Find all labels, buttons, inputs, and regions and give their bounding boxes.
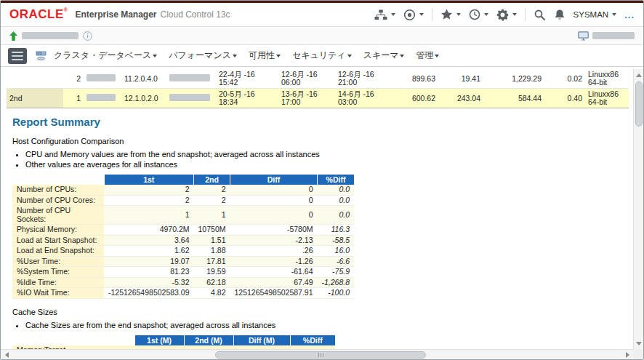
table-row: %IO Wait Time:-1251265498502583.094.8212…: [12, 288, 354, 299]
redacted-host-name: [592, 32, 635, 39]
end-snap-time: 12-6月 -1621:00: [335, 69, 390, 89]
chevron-down-icon: [233, 55, 237, 57]
cache-sizes-notes: Cache Sizes are from the end snapshot; a…: [25, 321, 633, 329]
cell-diff: -5780M: [230, 225, 317, 236]
cell-diff: -61.64: [230, 267, 317, 278]
cell-pdiff: -58.5: [318, 235, 355, 246]
col-header-1st-m: 1st (M): [134, 335, 184, 345]
sitemap-menu-button[interactable]: [374, 9, 395, 20]
menu-performance[interactable]: パフォーマンス: [163, 49, 243, 62]
overflow-menu-button[interactable]: ...: [624, 9, 635, 20]
cell-pdiff: 116.3: [318, 225, 355, 236]
menu-availability[interactable]: 可用性: [243, 49, 286, 62]
db-time: 243.04: [438, 89, 483, 108]
instance-count: 2: [63, 69, 84, 89]
cell-2nd: 4.82: [194, 288, 230, 299]
begin-snap-time: 12-6月 -16 06:00: [278, 69, 335, 89]
snapshot-instances-table: 2 11.2.0.4.0 22-4月 -1615:42 12-6月 -16 06…: [7, 69, 629, 108]
horizontal-scrollbar[interactable]: [1, 349, 633, 359]
chevron-down-icon: [435, 55, 439, 57]
table-row: Load at Start Snapshot:3.641.51-2.13-58.…: [12, 235, 354, 246]
vertical-scrollbar-thumb[interactable]: [635, 81, 643, 127]
scroll-up-button[interactable]: [634, 70, 644, 80]
cell-2nd: 10750M: [194, 225, 230, 236]
start-time: 22-4月 -1615:42: [216, 69, 278, 89]
table-row: Physical Memory:4970.2M10750M-5780M116.3: [12, 225, 354, 236]
chevron-down-icon: [612, 13, 616, 16]
cell-pdiff: 0.0: [318, 195, 355, 206]
start-time: 20-5月 -1618:34: [216, 89, 278, 108]
table-row: 2nd 1 12.1.0.2.0 20-5月 -1618:34 13-6月 -1…: [7, 89, 629, 108]
scroll-left-button[interactable]: [1, 350, 12, 360]
menu-security[interactable]: セキュリティ: [286, 49, 358, 62]
header-spacer: [12, 335, 134, 345]
cell-1st: 19.07: [104, 256, 194, 267]
search-button[interactable]: [534, 9, 546, 21]
right-arrow-icon: [626, 352, 629, 358]
table-row: %System Time:81.2319.59-61.64-75.9: [12, 267, 354, 278]
redacted-db-name: [84, 69, 121, 89]
cluster-database-icon: [36, 51, 47, 61]
col-header-2nd-m: 2nd (M): [184, 335, 233, 345]
chevron-down-icon: [347, 55, 352, 57]
chevron-down-icon: [484, 13, 488, 16]
cell-diff: 67.49: [230, 277, 317, 288]
cell-diff: .26: [230, 246, 317, 257]
cell-1st: 1.62: [104, 246, 194, 257]
col-header-pdiff: %Diff: [318, 175, 355, 185]
menu-label: 可用性: [249, 49, 275, 62]
user-name: SYSMAN: [573, 10, 609, 19]
ratio-value: 0.02: [544, 69, 585, 89]
begin-snap-time: 13-6月 -16 17:00: [278, 89, 335, 108]
favorites-menu-button[interactable]: [440, 9, 461, 20]
note: Cache Sizes are from the end snapshot; a…: [25, 321, 633, 329]
cell-1st: 2: [104, 185, 194, 195]
table-row: Number of CPU Cores:2200.0: [12, 195, 354, 206]
avg-sessions: 1,229.29: [483, 69, 544, 89]
table-row: Number of CPU Sockets:1100.0: [12, 206, 354, 225]
menu-schema[interactable]: スキーマ: [358, 49, 411, 62]
os-platform: Linuxx8664-bit: [585, 69, 629, 89]
separator: [432, 8, 432, 21]
info-icon[interactable]: [83, 31, 92, 41]
target-context-bar: [1, 27, 643, 45]
row-label: Number of CPUs:: [12, 185, 104, 195]
targets-menu-button[interactable]: [403, 9, 424, 21]
horizontal-scrollbar-thumb[interactable]: [215, 351, 426, 359]
col-header-diff: Diff: [230, 175, 317, 185]
redacted-db-name: [84, 89, 121, 108]
cell-pdiff: 0.0: [318, 185, 355, 195]
menu-label: パフォーマンス: [169, 49, 231, 62]
end-snap-time: 14-6月 -1603:00: [335, 89, 390, 108]
target-navigation-toggle-button[interactable]: [8, 48, 27, 64]
history-menu-button[interactable]: [469, 9, 488, 20]
menu-cluster-database[interactable]: クラスタ・データベース: [48, 49, 163, 62]
chevron-down-icon: [153, 55, 157, 57]
header-row: 1st 2nd Diff %Diff: [12, 175, 354, 185]
elapsed-time: 600.62: [390, 89, 438, 108]
cell-pdiff: -1,268.8: [318, 277, 355, 288]
cell-diff: -2.13: [230, 235, 317, 246]
product-name: Enterprise Manager: [75, 9, 156, 20]
vertical-scrollbar[interactable]: [633, 69, 643, 349]
user-menu-button[interactable]: SYSMAN: [573, 10, 617, 19]
db-version: 12.1.0.2.0: [121, 89, 166, 108]
menu-label: クラスタ・データベース: [54, 49, 151, 62]
scroll-down-button[interactable]: [634, 338, 644, 348]
section-title-cache-sizes: Cache Sizes: [12, 308, 633, 316]
chevron-down-icon: [419, 13, 424, 16]
col-header-1st: 1st: [104, 175, 194, 185]
clock-icon: [469, 9, 480, 20]
notifications-button[interactable]: [554, 9, 565, 21]
chevron-down-icon: [400, 55, 404, 57]
settings-menu-button[interactable]: [496, 9, 517, 21]
chevron-down-icon: [456, 13, 461, 16]
menu-administration[interactable]: 管理: [410, 49, 445, 62]
col-header-diff-m: Diff (M): [233, 335, 290, 345]
host-context: [578, 31, 635, 41]
row-tag: [7, 69, 63, 89]
cell-2nd: 1.88: [194, 246, 230, 257]
cache-sizes-table: 1st (M) 2nd (M) Diff (M) %Diff MemoryTar…: [12, 335, 335, 350]
scroll-right-button[interactable]: [622, 350, 632, 360]
chevron-down-icon: [391, 13, 395, 16]
